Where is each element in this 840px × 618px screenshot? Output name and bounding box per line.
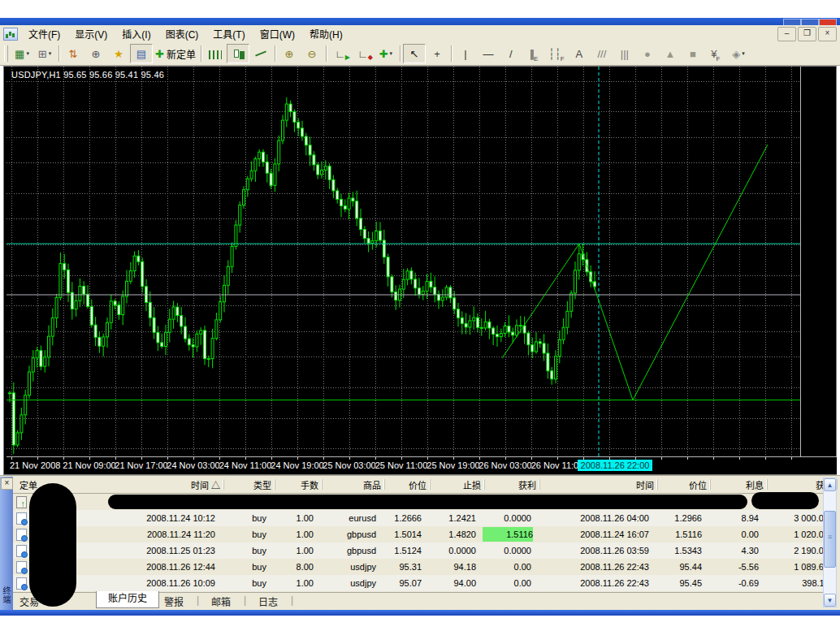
cell-profit: 1 020.00	[728, 529, 829, 539]
history-row[interactable]: 2008.11.25 01:23buy1.00gbpusd1.51240.000…	[13, 542, 823, 559]
new-chart-button[interactable]: ▦▾	[11, 44, 33, 63]
minimize-chart-button[interactable]: –	[777, 27, 796, 41]
trendline-button-icon: /	[509, 48, 513, 60]
window-titlebar[interactable]	[0, 18, 840, 25]
text-label-button-icon: A	[576, 48, 583, 60]
column-header-otime[interactable]: 时间 △	[163, 478, 220, 491]
chart-shift-button[interactable]: ∟◆	[352, 44, 375, 63]
tab-journal[interactable]: 日志	[258, 594, 278, 608]
ellipse-button-icon: ●	[644, 48, 651, 60]
dropdown-arrow-icon[interactable]: ▾	[49, 50, 52, 57]
menu-window[interactable]: 窗口(W)	[253, 25, 302, 42]
tab-account-history[interactable]: 账户历史	[96, 591, 159, 608]
text-label-button[interactable]: A	[568, 44, 591, 63]
scroll-up-icon[interactable]: ▲	[824, 478, 836, 491]
vertical-scrollbar[interactable]: ▲ ▼	[823, 478, 837, 607]
cell-profit: 1 089.69	[728, 562, 829, 572]
vertical-line-button[interactable]: |	[454, 44, 477, 63]
time-tick-mark	[245, 457, 246, 460]
dropdown-arrow-icon[interactable]: ▾	[742, 50, 745, 57]
crosshair-button[interactable]: +	[426, 44, 448, 63]
time-tick-mark	[193, 457, 194, 460]
dropdown-arrow-icon[interactable]: ▾	[390, 50, 393, 57]
history-row[interactable]: 2008.11.24 11:20buy1.00gbpusd1.50141.482…	[13, 526, 823, 542]
order-doc-icon	[16, 529, 27, 541]
indicators-button[interactable]: ✚▾	[375, 44, 397, 63]
crosshair-button-icon: +	[434, 48, 440, 60]
column-header-cprice[interactable]: 价位	[650, 478, 707, 491]
dropdown-arrow-icon[interactable]: ▾	[26, 50, 29, 57]
menu-help[interactable]: 帮助(H)	[302, 25, 350, 42]
time-tick-mark	[791, 457, 792, 460]
profiles-button[interactable]: ⊞▾	[33, 44, 56, 63]
bar-chart-button[interactable]	[204, 44, 227, 63]
time-tick-mark	[687, 457, 688, 460]
redaction-blob	[29, 483, 76, 607]
zoom-out-button[interactable]: ⊖	[301, 44, 323, 63]
ellipse-button[interactable]: ●	[636, 44, 659, 63]
trendline-button[interactable]: /	[500, 44, 522, 63]
order-doc-icon	[16, 512, 27, 525]
data-window-button[interactable]: ⊕	[84, 44, 107, 63]
restore-chart-button[interactable]: ❐	[798, 27, 816, 41]
history-row[interactable]: 2008.11.26 10:09buy1.00usdjpy95.0794.000…	[13, 575, 823, 591]
time-tick-mark	[297, 457, 298, 460]
close-chart-button[interactable]: ×	[818, 27, 837, 41]
time-tick-mark	[375, 457, 376, 460]
column-header-lots[interactable]: 手数	[262, 478, 318, 491]
column-divider[interactable]	[767, 479, 768, 490]
parallel-lines-button[interactable]: ///	[591, 44, 613, 63]
vertical-lines-button[interactable]: |||	[613, 44, 636, 63]
navigator-button[interactable]: ★	[107, 44, 130, 63]
fibonacci-fan-button[interactable]: ¥F	[704, 44, 727, 63]
horizontal-line-button[interactable]: —	[477, 44, 500, 63]
fibonacci-retracement-button[interactable]: ┆┆F	[545, 44, 568, 63]
column-header-tp[interactable]: 获利	[479, 478, 536, 491]
column-divider[interactable]	[539, 479, 540, 490]
candlestick-chart-button[interactable]	[227, 44, 249, 63]
scroll-thumb[interactable]	[824, 511, 836, 568]
market-watch-button[interactable]: ⇅	[62, 44, 84, 63]
auto-scroll-button[interactable]: ∟▶	[329, 44, 352, 63]
terminal-button[interactable]: ▤	[130, 44, 153, 63]
order-doc-icon	[16, 577, 27, 590]
new-order-button[interactable]: ✚新定单	[153, 44, 198, 63]
column-divider[interactable]	[322, 479, 323, 490]
column-header-swap[interactable]: 利息	[707, 478, 764, 491]
redaction-blob	[108, 495, 747, 509]
column-header-order[interactable]: 定单	[19, 478, 37, 491]
scroll-down-icon[interactable]: ▼	[824, 594, 836, 607]
history-row[interactable]: 2008.11.26 12:44buy8.00usdjpy95.3194.180…	[13, 559, 823, 575]
menu-insert[interactable]: 插入(I)	[115, 25, 158, 42]
price-axis: 97.5597.2597.0096.7596.4596.2095.6595.35…	[800, 67, 837, 456]
candlestick-chart[interactable]	[6, 67, 800, 456]
cursor-button[interactable]: ↖	[403, 44, 426, 63]
tab-mailbox[interactable]: 邮箱	[211, 594, 231, 608]
tab-alerts[interactable]: 警报	[164, 594, 184, 608]
cell-profit: 3 000.00	[728, 513, 829, 523]
triangle-button[interactable]: ▲	[659, 44, 682, 63]
order-doc-icon	[16, 561, 27, 573]
column-header-sl[interactable]: 止损	[424, 478, 481, 491]
column-divider[interactable]	[837, 479, 838, 490]
menu-view[interactable]: 显示(V)	[67, 25, 115, 42]
cell-tp: 0.00	[431, 562, 531, 572]
terminal-close-icon[interactable]: ×	[1, 478, 13, 490]
tab-divider: |	[291, 594, 293, 606]
time-tick-mark	[271, 457, 272, 460]
new-order-label: 新定单	[167, 47, 196, 61]
equidistant-channel-button[interactable]: ∥E	[522, 44, 545, 63]
toolbar-separator	[400, 45, 401, 62]
navigator-button-icon: ★	[114, 48, 123, 60]
menu-charts[interactable]: 图表(C)	[158, 25, 206, 42]
column-header-oprice[interactable]: 价位	[370, 478, 426, 491]
line-chart-button[interactable]	[249, 44, 272, 63]
terminal-vertical-caption[interactable]: 终端	[1, 581, 12, 609]
history-row[interactable]: 2008.11.24 10:12buy1.00eurusd1.26661.242…	[13, 510, 823, 526]
zoom-in-button[interactable]: ⊕	[278, 44, 301, 63]
arrows-button[interactable]: ◈▾	[727, 44, 750, 63]
menu-file[interactable]: 文件(F)	[21, 25, 67, 42]
menu-tools[interactable]: 工具(T)	[206, 25, 252, 42]
rectangle-button[interactable]: ■	[682, 44, 704, 63]
column-header-ctime[interactable]: 时间	[597, 478, 654, 491]
